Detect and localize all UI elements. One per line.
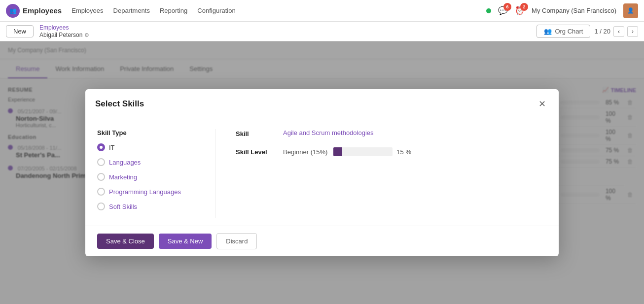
skill-type-label: Skill Type [97,129,196,136]
brand-label: Employees [23,6,62,15]
top-nav-right: 💬 6 ⏰ 2 My Company (San Francisco) 👤 [486,3,638,18]
nav-configuration[interactable]: Configuration [197,5,235,16]
org-chart-icon: 👥 [544,28,552,35]
new-button[interactable]: New [6,25,34,37]
user-avatar[interactable]: 👤 [623,3,638,18]
level-label: Beginner (15%) [283,148,327,156]
skill-level-key: Skill Level [236,147,275,156]
nav-departments[interactable]: Departments [113,5,150,16]
level-bar-bg [333,147,393,156]
company-name: My Company (San Francisco) [532,7,616,14]
brand-icon: 👥 [6,4,20,18]
level-pct: 15 % [396,148,411,156]
radio-soft-skills-circle [97,203,105,210]
prev-page-button[interactable]: ‹ [613,26,624,37]
modal-footer: Save & Close Save & New Discard [85,226,559,256]
sec-nav: New Employees Abigail Peterson ⚙ 👥 Org C… [0,22,644,41]
discard-button[interactable]: Discard [216,233,257,249]
brand[interactable]: 👥 Employees [6,4,62,18]
modal-title: Select Skills [95,99,144,109]
skill-level-row: Skill Level Beginner (15%) 15 % [236,147,547,156]
skill-row: Skill Agile and Scrum methodologies [236,129,547,137]
save-new-button[interactable]: Save & New [159,234,212,249]
settings-gear-icon[interactable]: ⚙ [84,32,89,38]
clock-button[interactable]: ⏰ 2 [515,6,525,15]
level-bar-container: 15 % [333,147,411,156]
org-chart-button[interactable]: 👥 Org Chart [537,25,590,38]
breadcrumb-parent[interactable]: Employees [39,24,89,31]
modal-divider [215,129,216,218]
status-indicator [486,8,491,13]
radio-marketing[interactable]: Marketing [97,173,196,181]
radio-marketing-circle [97,173,105,181]
breadcrumb-current: Abigail Peterson ⚙ [39,32,89,38]
skill-level-content: Beginner (15%) 15 % [283,147,411,156]
skill-type-section: Skill Type IT Languages Marketing [97,129,196,218]
radio-programming-circle [97,188,105,196]
skill-key: Skill [236,129,275,137]
select-skills-modal: Select Skills ✕ Skill Type IT L [85,89,559,256]
level-bar-fill [333,147,342,156]
radio-it-label: IT [109,144,115,151]
save-close-button[interactable]: Save & Close [97,234,154,249]
clock-badge: 2 [520,3,528,11]
radio-soft-skills-label: Soft Skills [109,203,137,210]
radio-marketing-label: Marketing [109,173,137,181]
radio-programming-label: Programming Languages [109,188,181,196]
messages-button[interactable]: 💬 6 [498,6,508,15]
pagination: 1 / 20 ‹ › [594,26,638,37]
nav-items: Employees Departments Reporting Configur… [72,5,235,16]
nav-reporting[interactable]: Reporting [160,5,187,16]
skill-detail-section: Skill Agile and Scrum methodologies Skil… [236,129,547,218]
radio-languages[interactable]: Languages [97,158,196,166]
radio-soft-skills[interactable]: Soft Skills [97,203,196,210]
radio-programming[interactable]: Programming Languages [97,188,196,196]
top-nav: 👥 Employees Employees Departments Report… [0,0,644,22]
modal-body: Skill Type IT Languages Marketing [85,117,559,226]
next-page-button[interactable]: › [627,26,638,37]
skill-value: Agile and Scrum methodologies [283,129,374,136]
radio-it-circle [97,143,105,151]
sec-nav-right: 👥 Org Chart 1 / 20 ‹ › [537,25,638,38]
messages-badge: 6 [503,3,511,11]
breadcrumb: Employees Abigail Peterson ⚙ [39,24,89,38]
modal-close-button[interactable]: ✕ [535,97,549,111]
radio-it[interactable]: IT [97,143,196,151]
modal-header: Select Skills ✕ [85,89,559,117]
main-content: My Company (San Francisco) Resume Work I… [0,41,644,304]
radio-languages-label: Languages [109,159,141,166]
radio-languages-circle [97,158,105,166]
modal-overlay: Select Skills ✕ Skill Type IT L [0,41,644,304]
nav-employees[interactable]: Employees [72,5,103,16]
